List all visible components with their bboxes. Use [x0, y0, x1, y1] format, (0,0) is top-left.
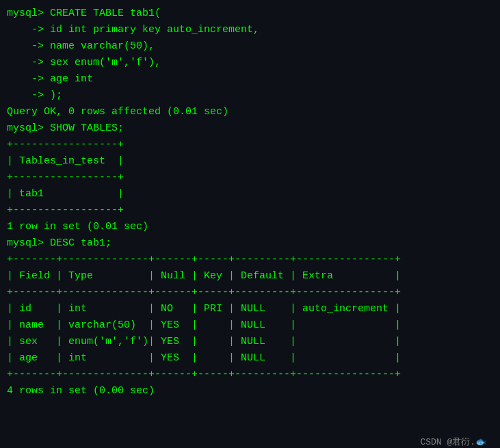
terminal-line: +-------+--------------+------+-----+---…: [7, 252, 493, 268]
terminal-line: Query OK, 0 rows affected (0.01 sec): [7, 104, 493, 120]
terminal-line: | Field | Type | Null | Key | Default | …: [7, 268, 493, 285]
terminal-line: +-----------------+: [7, 170, 493, 186]
terminal-line: | Tables_in_test |: [7, 153, 493, 170]
terminal-line: | id | int | NO | PRI | NULL | auto_incr…: [7, 301, 493, 317]
terminal-line: | sex | enum('m','f')| YES | | NULL | |: [7, 334, 493, 350]
terminal-line: 4 rows in set (0.00 sec): [7, 383, 493, 399]
terminal-line: -> id int primary key auto_increment,: [7, 22, 493, 38]
terminal-line: mysql> SHOW TABLES;: [7, 120, 493, 137]
terminal-line: +-------+--------------+------+-----+---…: [7, 285, 493, 301]
terminal-line: -> name varchar(50),: [7, 38, 493, 55]
terminal-line: +-------+--------------+------+-----+---…: [7, 367, 493, 383]
terminal-line: | tab1 |: [7, 186, 493, 202]
terminal-line: 1 row in set (0.01 sec): [7, 219, 493, 235]
terminal-line: -> );: [7, 88, 493, 104]
terminal-line: -> sex enum('m','f'),: [7, 55, 493, 71]
terminal-window: mysql> CREATE TABLE tab1( -> id int prim…: [7, 5, 493, 448]
watermark: CSDN @君衍.🐟: [420, 436, 486, 448]
terminal-line: | name | varchar(50) | YES | | NULL | |: [7, 317, 493, 334]
terminal-line: -> age int: [7, 71, 493, 88]
terminal-line: mysql> DESC tab1;: [7, 235, 493, 252]
terminal-line: +-----------------+: [7, 137, 493, 153]
terminal-line: | age | int | YES | | NULL | |: [7, 350, 493, 367]
terminal-line: +-----------------+: [7, 202, 493, 219]
terminal-line: mysql> CREATE TABLE tab1(: [7, 5, 493, 22]
